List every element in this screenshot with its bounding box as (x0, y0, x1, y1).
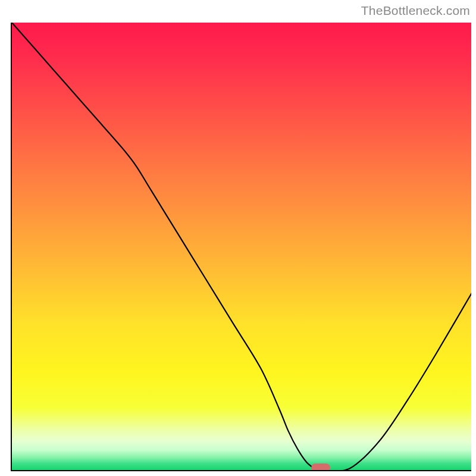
plot-area (11, 23, 471, 471)
optimal-marker (311, 464, 330, 471)
watermark-text: TheBottleneck.com (361, 4, 470, 18)
svg-rect-0 (12, 23, 471, 470)
background-gradient (12, 23, 471, 470)
chart-frame: TheBottleneck.com (0, 0, 476, 476)
